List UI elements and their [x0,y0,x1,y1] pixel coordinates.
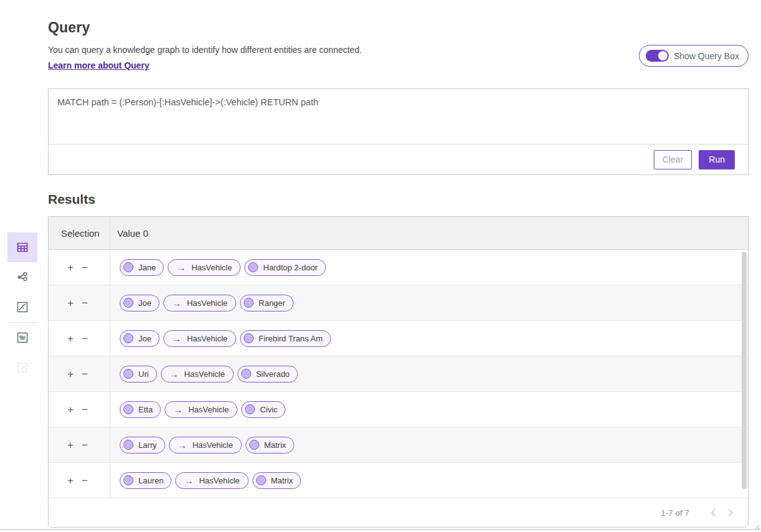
pill-label: Hardtop 2-door [263,263,317,272]
clear-button[interactable]: Clear [654,150,692,169]
query-page: Query You can query a knowledge graph to… [0,0,761,532]
results-body: + − Jane→HasVehicleHardtop 2-door + − Jo… [49,250,748,498]
map-view-button[interactable] [7,323,37,353]
pill-label: HasVehicle [184,369,225,379]
table-header: Selection Value 0 [49,217,748,250]
graph-view-button[interactable] [7,262,37,292]
expand-row-button[interactable]: + [67,475,74,486]
expand-row-button[interactable]: + [67,404,74,415]
pill-label: HasVehicle [187,298,227,308]
pill-label: Firebird Trans Am [259,334,323,343]
arrow-right-icon: → [172,334,181,343]
expand-row-button[interactable]: + [67,262,74,273]
chart-view-button[interactable] [7,292,37,322]
node-pill[interactable]: Matrix [252,472,301,489]
table-row: + − Lauren→HasVehicleMatrix [49,463,748,498]
node-circle-icon [123,333,133,343]
table-row: + − Joe→HasVehicleFirebird Trans Am [49,321,748,356]
edge-pill[interactable]: →HasVehicle [163,330,236,347]
arrow-right-icon: → [176,263,186,272]
pill-label: Joe [138,298,151,308]
collapse-row-button[interactable]: − [82,440,88,450]
node-pill[interactable]: Civic [241,401,285,418]
pill-label: Etta [138,405,153,414]
next-page-button[interactable] [722,504,739,521]
edge-pill[interactable]: →HasVehicle [168,259,241,276]
node-pill[interactable]: Hardtop 2-door [244,259,325,276]
node-pill[interactable]: Uri [120,366,157,382]
node-circle-icon [123,262,133,272]
pill-label: Ranger [259,298,285,308]
query-editor-input[interactable]: MATCH path = (:Person)-[:HasVehicle]->(:… [49,89,748,145]
edge-pill[interactable]: →HasVehicle [161,366,234,382]
widget-view-button [7,353,37,382]
node-pill[interactable]: Lauren [120,472,171,489]
expand-row-button[interactable]: + [67,333,74,344]
pill-label: Civic [260,405,277,414]
section-bottom-divider [0,529,761,530]
node-circle-icon [256,475,266,485]
edge-pill[interactable]: →HasVehicle [163,295,236,311]
edge-pill[interactable]: →HasVehicle [165,401,237,418]
arrow-right-icon: → [178,440,187,450]
expand-row-button[interactable]: + [67,440,74,450]
chart-icon [15,300,30,315]
node-pill[interactable]: Larry [120,437,165,454]
arrow-right-icon: → [173,405,183,414]
run-button[interactable]: Run [699,150,735,169]
results-layout: Selection Value 0 + − Jane→HasVehicleHar… [0,216,761,528]
node-pill[interactable]: Joe [120,295,160,311]
query-box: MATCH path = (:Person)-[:HasVehicle]->(:… [48,88,749,175]
node-circle-icon [123,298,133,308]
column-header-value0: Value 0 [110,217,748,249]
collapse-row-button[interactable]: − [82,298,88,308]
show-query-box-toggle[interactable]: Show Query Box [639,45,749,67]
arrow-right-icon: → [172,298,181,308]
learn-more-link[interactable]: Learn more about Query [48,60,150,70]
node-circle-icon [123,369,133,379]
edge-pill[interactable]: →HasVehicle [175,472,248,489]
previous-page-button[interactable] [704,504,722,521]
collapse-row-button[interactable]: − [82,333,88,344]
node-pill[interactable]: Firebird Trans Am [240,330,331,347]
row-selection-cell: + − [49,321,110,356]
table-view-button[interactable] [7,232,37,262]
table-row: + − Jane→HasVehicleHardtop 2-door [49,250,748,285]
edge-pill[interactable]: →HasVehicle [169,437,242,454]
collapse-row-button[interactable]: − [82,262,88,273]
query-header: You can query a knowledge graph to ident… [48,45,749,71]
node-pill[interactable]: Jane [120,259,164,276]
vertical-scrollbar[interactable] [742,252,747,489]
path-pills: Jane→HasVehicleHardtop 2-door [110,250,748,285]
pill-label: Joe [138,334,151,343]
collapse-row-button[interactable]: − [82,369,88,379]
expand-row-button[interactable]: + [67,369,74,379]
node-circle-icon [248,262,258,272]
query-actions: Clear Run [49,145,748,174]
view-switcher-rail [0,216,48,382]
row-selection-cell: + − [49,427,110,462]
path-pills: Lauren→HasVehicleMatrix [110,463,748,498]
toggle-label: Show Query Box [674,51,739,61]
toggle-switch-icon[interactable] [646,50,669,62]
pill-label: HasVehicle [193,440,233,450]
node-pill[interactable]: Joe [120,330,160,347]
node-pill[interactable]: Ranger [240,295,294,311]
row-selection-cell: + − [49,250,110,285]
node-circle-icon [244,333,254,343]
table-row: + − Joe→HasVehicleRanger [49,285,748,321]
expand-row-button[interactable]: + [67,298,74,308]
pill-label: Matrix [271,476,293,485]
node-circle-icon [123,475,133,485]
pill-label: HasVehicle [187,334,227,343]
pagination: 1-7 of 7 [49,498,748,527]
collapse-row-button[interactable]: − [82,404,88,415]
pill-label: Silverado [256,369,290,379]
path-pills: Larry→HasVehicleMatrix [110,427,748,462]
node-pill[interactable]: Etta [120,401,161,418]
collapse-row-button[interactable]: − [82,475,88,486]
node-circle-icon [249,440,259,450]
node-pill[interactable]: Matrix [246,437,294,454]
node-pill[interactable]: Silverado [237,366,298,382]
pill-label: HasVehicle [191,263,232,272]
